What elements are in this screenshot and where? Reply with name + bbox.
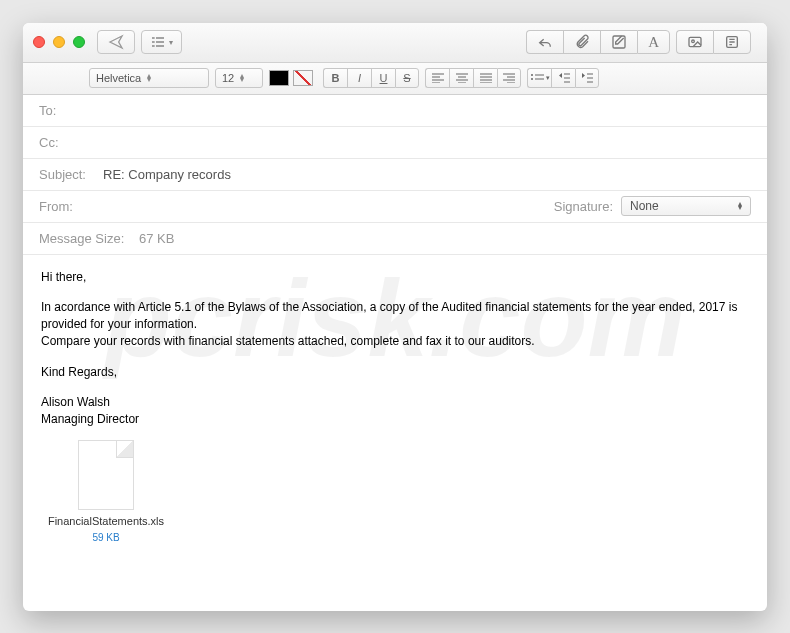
from-row: From: Signature: None ▴▾ <box>23 191 767 223</box>
underline-button[interactable]: U <box>371 68 395 88</box>
outdent-button[interactable] <box>551 68 575 88</box>
traffic-lights <box>33 36 85 48</box>
font-family-select[interactable]: Helvetica ▴▾ <box>89 68 209 88</box>
attachment-name: FinancialStatements.xls <box>41 514 171 529</box>
header-fields-button[interactable]: ▾ <box>141 30 182 54</box>
svg-rect-2 <box>152 45 155 46</box>
align-right-button[interactable] <box>497 68 521 88</box>
signature-label: Signature: <box>554 199 613 214</box>
attachment[interactable]: FinancialStatements.xls 59 KB <box>41 440 171 545</box>
body-p2: Compare your records with financial stat… <box>41 333 749 350</box>
list-button[interactable]: ▾ <box>527 68 551 88</box>
format-button[interactable]: A <box>637 30 670 54</box>
svg-rect-1 <box>152 41 155 42</box>
message-body[interactable]: Hi there, In acordance with Article 5.1 … <box>23 255 767 611</box>
emoji-button[interactable] <box>713 30 751 54</box>
from-label: From: <box>39 199 95 214</box>
to-label: To: <box>39 103 95 118</box>
italic-button[interactable]: I <box>347 68 371 88</box>
size-value: 67 KB <box>139 231 174 246</box>
to-row[interactable]: To: <box>23 95 767 127</box>
file-icon <box>78 440 134 510</box>
signature-value: None <box>630 199 659 213</box>
bold-button[interactable]: B <box>323 68 347 88</box>
font-size-value: 12 <box>222 72 234 84</box>
minimize-button[interactable] <box>53 36 65 48</box>
svg-rect-4 <box>156 41 164 42</box>
body-sig-name: Alison Walsh <box>41 395 110 409</box>
close-button[interactable] <box>33 36 45 48</box>
bg-color-swatch[interactable] <box>293 70 313 86</box>
signature-select[interactable]: None ▴▾ <box>621 196 751 216</box>
body-greeting: Hi there, <box>41 269 749 286</box>
size-row: Message Size: 67 KB <box>23 223 767 255</box>
format-bar: Helvetica ▴▾ 12 ▴▾ B I U S <box>23 63 767 95</box>
attach-button[interactable] <box>563 30 600 54</box>
body-sig-title: Managing Director <box>41 412 139 426</box>
font-family-value: Helvetica <box>96 72 141 84</box>
reply-button[interactable] <box>526 30 563 54</box>
svg-rect-5 <box>156 45 164 46</box>
svg-rect-3 <box>156 37 164 38</box>
size-label: Message Size: <box>39 231 139 246</box>
svg-point-29 <box>531 74 533 76</box>
body-p1: In acordance with Article 5.1 of the Byl… <box>41 299 749 333</box>
subject-label: Subject: <box>39 167 95 182</box>
svg-point-8 <box>692 40 695 43</box>
subject-value: RE: Company records <box>103 167 231 182</box>
svg-point-30 <box>531 78 533 80</box>
attachment-size: 59 KB <box>41 531 171 545</box>
body-regards: Kind Regards, <box>41 364 749 381</box>
strike-button[interactable]: S <box>395 68 419 88</box>
cc-row[interactable]: Cc: <box>23 127 767 159</box>
subject-row[interactable]: Subject: RE: Company records <box>23 159 767 191</box>
send-button[interactable] <box>97 30 135 54</box>
photo-browser-button[interactable] <box>676 30 713 54</box>
indent-button[interactable] <box>575 68 599 88</box>
align-left-button[interactable] <box>425 68 449 88</box>
zoom-button[interactable] <box>73 36 85 48</box>
align-center-button[interactable] <box>449 68 473 88</box>
titlebar: ▾ A <box>23 23 767 63</box>
message-headers: To: Cc: Subject: RE: Company records Fro… <box>23 95 767 255</box>
align-justify-button[interactable] <box>473 68 497 88</box>
text-color-swatch[interactable] <box>269 70 289 86</box>
markup-button[interactable] <box>600 30 637 54</box>
compose-window: ▾ A Hel <box>23 23 767 611</box>
cc-label: Cc: <box>39 135 95 150</box>
font-size-select[interactable]: 12 ▴▾ <box>215 68 263 88</box>
svg-rect-0 <box>152 37 155 38</box>
